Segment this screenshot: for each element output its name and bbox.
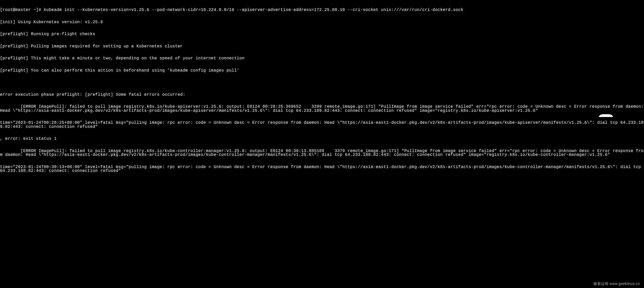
prompt-line: [root@master ~]# kubeadm init --kubernet… [0,8,644,12]
output-line-error: time="2023-01-24T00:30:13+08:00" level=f… [0,165,644,173]
watermark-text: 极客运维 www.geeklinux.cn [594,282,640,285]
output-line-error: , error: exit status 1 [0,137,644,141]
output-line: [init] Using Kubernetes version: v1.25.6 [0,20,644,24]
command-text: kubeadm init --kubernetes-version=v1.25.… [44,8,464,12]
output-line: [preflight] Pulling images required for … [0,45,644,49]
output-line-error: time="2023-01-24T00:28:25+08:00" level=f… [0,121,644,129]
output-line: error execution phase preflight: [prefli… [0,93,644,97]
terminal-output[interactable]: [root@master ~]# kubeadm init --kubernet… [0,0,644,177]
output-line-error: [ERROR ImagePull]: failed to pull image … [0,105,644,113]
output-line: [preflight] This might take a minute or … [0,57,644,61]
output-line-empty [0,81,644,85]
cursor-icon [599,114,613,117]
shell-prompt: [root@master ~]# [0,8,41,12]
output-line-error: [ERROR ImagePull]: failed to pull image … [0,149,644,157]
output-line: [preflight] Running pre-flight checks [0,32,644,36]
output-line: [preflight] You can also perform this ac… [0,69,644,73]
